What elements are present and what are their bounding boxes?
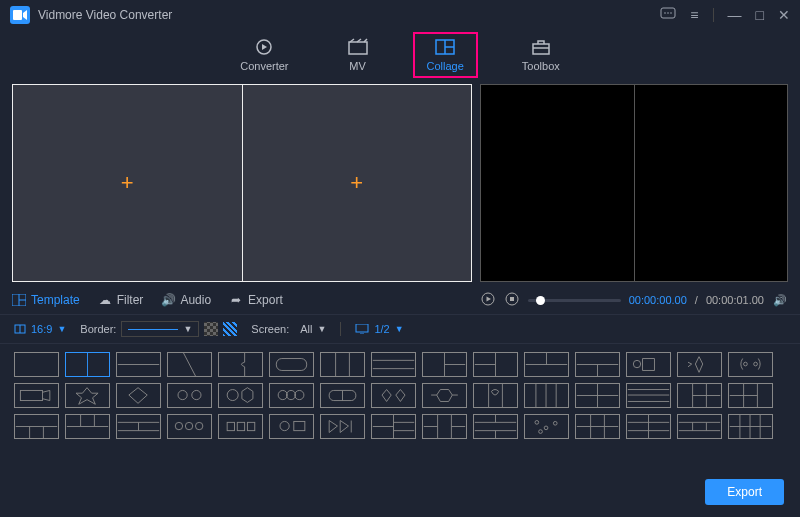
play-button[interactable] bbox=[480, 292, 496, 308]
pattern-icon[interactable] bbox=[223, 322, 237, 336]
svg-point-99 bbox=[535, 421, 539, 425]
tab-toolbox[interactable]: Toolbox bbox=[508, 32, 574, 78]
layout-thumb[interactable] bbox=[116, 352, 161, 377]
screen-dropdown[interactable]: Screen: All ▼ bbox=[251, 323, 326, 335]
layout-thumb[interactable] bbox=[167, 414, 212, 439]
mid-controls: Template ☁ Filter 🔊 Audio ➦ Export 00:00… bbox=[0, 286, 800, 314]
border-style-dropdown[interactable]: ▼ bbox=[121, 321, 199, 337]
layout-thumb[interactable] bbox=[320, 414, 365, 439]
layout-thumb[interactable] bbox=[422, 383, 467, 408]
layout-thumb[interactable] bbox=[473, 383, 518, 408]
volume-icon[interactable]: 🔊 bbox=[772, 294, 788, 307]
editor-panel: + + bbox=[12, 84, 472, 282]
layout-thumb[interactable] bbox=[65, 383, 110, 408]
layout-thumb[interactable] bbox=[218, 383, 263, 408]
layout-thumb[interactable] bbox=[371, 414, 416, 439]
toolbox-icon bbox=[530, 38, 552, 56]
template-icon bbox=[12, 293, 26, 307]
layout-thumb[interactable] bbox=[14, 383, 59, 408]
layout-thumb[interactable] bbox=[422, 414, 467, 439]
subtab-template[interactable]: Template bbox=[12, 293, 80, 307]
layout-thumb[interactable] bbox=[167, 383, 212, 408]
aspect-dropdown[interactable]: 16:9 ▼ bbox=[14, 323, 66, 335]
layout-thumb[interactable] bbox=[116, 383, 161, 408]
layout-thumb[interactable] bbox=[116, 414, 161, 439]
main-nav: Converter MV Collage Toolbox bbox=[0, 30, 800, 80]
layout-thumb[interactable] bbox=[320, 352, 365, 377]
maximize-icon[interactable]: □ bbox=[756, 7, 764, 23]
minimize-icon[interactable]: — bbox=[728, 7, 742, 23]
export-button[interactable]: Export bbox=[705, 479, 784, 505]
layout-thumb[interactable] bbox=[269, 414, 314, 439]
aspect-value: 16:9 bbox=[31, 323, 52, 335]
feedback-icon[interactable] bbox=[660, 7, 676, 24]
preview-cell-2 bbox=[635, 85, 788, 281]
tab-collage[interactable]: Collage bbox=[413, 32, 478, 78]
layout-thumb[interactable] bbox=[14, 352, 59, 377]
app-logo bbox=[10, 6, 30, 24]
screen-icon bbox=[355, 324, 369, 334]
layout-thumb[interactable] bbox=[473, 352, 518, 377]
screen-label: Screen: bbox=[251, 323, 289, 335]
subtab-filter[interactable]: ☁ Filter bbox=[98, 293, 144, 307]
layout-thumb[interactable] bbox=[677, 383, 722, 408]
layout-thumb[interactable] bbox=[218, 414, 263, 439]
border-label: Border: bbox=[80, 323, 116, 335]
layout-thumb[interactable] bbox=[626, 414, 671, 439]
editor-cell-2[interactable]: + bbox=[243, 85, 472, 281]
layout-thumb[interactable] bbox=[269, 383, 314, 408]
layout-thumb[interactable] bbox=[677, 414, 722, 439]
chevron-down-icon: ▼ bbox=[318, 324, 327, 334]
layout-thumb[interactable] bbox=[575, 352, 620, 377]
layout-thumb[interactable] bbox=[524, 352, 569, 377]
layout-thumb[interactable] bbox=[269, 352, 314, 377]
svg-rect-83 bbox=[237, 422, 244, 430]
layout-thumb[interactable] bbox=[626, 352, 671, 377]
layout-thumb[interactable] bbox=[524, 414, 569, 439]
svg-line-24 bbox=[184, 353, 196, 376]
stop-button[interactable] bbox=[504, 292, 520, 308]
seek-track[interactable] bbox=[528, 299, 621, 302]
export-icon: ➦ bbox=[229, 293, 243, 307]
layout-thumb[interactable] bbox=[218, 352, 263, 377]
svg-rect-20 bbox=[356, 324, 368, 332]
layout-thumb[interactable] bbox=[728, 352, 773, 377]
layout-thumb[interactable] bbox=[728, 414, 773, 439]
menu-icon[interactable]: ≡ bbox=[690, 7, 698, 23]
seek-handle[interactable] bbox=[536, 296, 545, 305]
sub-tabs: Template ☁ Filter 🔊 Audio ➦ Export bbox=[12, 293, 476, 307]
layout-thumb[interactable] bbox=[473, 414, 518, 439]
layout-thumb[interactable] bbox=[167, 352, 212, 377]
color-picker-icon[interactable] bbox=[204, 322, 218, 336]
svg-point-40 bbox=[744, 362, 748, 366]
editor-cell-1[interactable]: + bbox=[13, 85, 243, 281]
page-dropdown[interactable]: 1/2 ▼ bbox=[355, 323, 403, 335]
layout-thumb[interactable] bbox=[677, 352, 722, 377]
layout-thumb[interactable] bbox=[371, 383, 416, 408]
svg-marker-38 bbox=[643, 359, 655, 371]
layout-thumb[interactable] bbox=[14, 414, 59, 439]
subtab-audio[interactable]: 🔊 Audio bbox=[161, 293, 211, 307]
layout-thumb[interactable] bbox=[422, 352, 467, 377]
layout-thumb[interactable] bbox=[320, 383, 365, 408]
layout-thumb[interactable] bbox=[65, 352, 110, 377]
layout-thumb[interactable] bbox=[65, 414, 110, 439]
svg-point-49 bbox=[295, 390, 304, 399]
tab-converter[interactable]: Converter bbox=[226, 32, 302, 78]
layout-thumb[interactable] bbox=[371, 352, 416, 377]
template-options: 16:9 ▼ Border: ▼ Screen: All ▼ 1/2 ▼ bbox=[0, 314, 800, 344]
layout-thumb[interactable] bbox=[575, 383, 620, 408]
layout-thumb[interactable] bbox=[575, 414, 620, 439]
svg-rect-10 bbox=[533, 44, 549, 54]
layout-thumb[interactable] bbox=[524, 383, 569, 408]
close-icon[interactable]: ✕ bbox=[778, 7, 790, 23]
layout-thumb[interactable] bbox=[626, 383, 671, 408]
time-sep: / bbox=[695, 294, 698, 306]
subtab-label: Export bbox=[248, 293, 283, 307]
subtab-export[interactable]: ➦ Export bbox=[229, 293, 283, 307]
preview-panel bbox=[480, 84, 788, 282]
tab-mv[interactable]: MV bbox=[333, 32, 383, 78]
chevron-down-icon: ▼ bbox=[57, 324, 66, 334]
layout-thumb[interactable] bbox=[728, 383, 773, 408]
svg-point-39 bbox=[633, 360, 640, 367]
